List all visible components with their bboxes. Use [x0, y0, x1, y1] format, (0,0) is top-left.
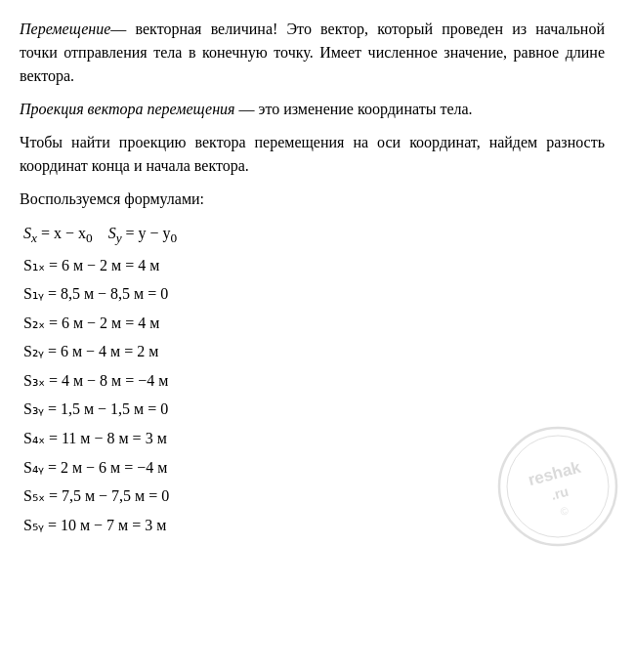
term-proekcia: Проекция вектора перемещения	[20, 101, 235, 117]
formula-line-8: S₄ᵧ = 2 м − 6 м = −4 м	[23, 455, 605, 481]
formula-line-0: Sx = x − x0 Sy = y − y0	[23, 221, 605, 249]
paragraph-2-rest: — это изменение координаты тела.	[235, 101, 473, 117]
formula-line-4: S₂ᵧ = 6 м − 4 м = 2 м	[23, 339, 605, 364]
formulas-block: Sx = x − x0 Sy = y − y0S₁ₓ = 6 м − 2 м =…	[20, 221, 605, 537]
paragraph-1: Перемещение— векторная величина! Это век…	[20, 18, 605, 88]
formula-line-3: S₂ₓ = 6 м − 2 м = 4 м	[23, 311, 605, 336]
paragraph-2: Проекция вектора перемещения — это измен…	[20, 98, 605, 121]
formula-line-7: S₄ₓ = 11 м − 8 м = 3 м	[23, 426, 605, 451]
paragraph-4: Воспользуемся формулами:	[20, 188, 605, 211]
page-content: Перемещение— векторная величина! Это век…	[20, 18, 605, 537]
formula-line-5: S₃ₓ = 4 м − 8 м = −4 м	[23, 368, 605, 394]
term-peremeshenie: Перемещение	[20, 21, 110, 37]
formula-line-9: S₅ₓ = 7,5 м − 7,5 м = 0	[23, 483, 605, 509]
formula-line-2: S₁ᵧ = 8,5 м − 8,5 м = 0	[23, 281, 605, 307]
formula-line-10: S₅ᵧ = 10 м − 7 м = 3 м	[23, 513, 605, 538]
paragraph-3: Чтобы найти проекцию вектора перемещения…	[20, 131, 605, 178]
formula-line-6: S₃ᵧ = 1,5 м − 1,5 м = 0	[23, 397, 605, 422]
formula-line-1: S₁ₓ = 6 м − 2 м = 4 м	[23, 253, 605, 278]
